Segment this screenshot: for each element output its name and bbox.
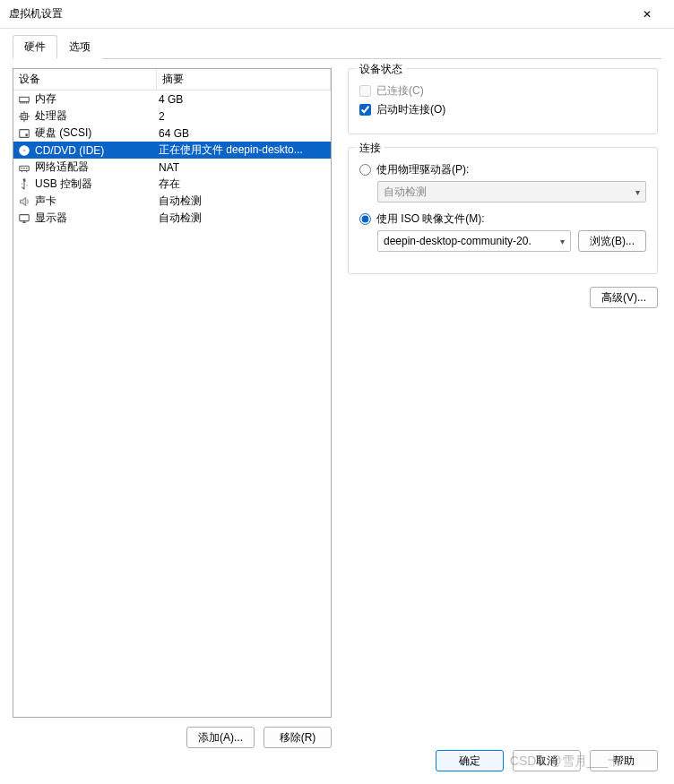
connection-group: 连接 使用物理驱动器(P): 自动检测 ▾ 使用 ISO 映像文件(M): de… [348,147,658,274]
svg-rect-3 [20,129,30,137]
use-physical-label: 使用物理驱动器(P): [376,162,469,177]
close-button[interactable]: ✕ [629,2,665,27]
device-summary: 存在 [157,177,331,192]
device-status-legend: 设备状态 [356,62,406,77]
use-iso-radio[interactable] [359,213,371,225]
table-row[interactable]: 声卡自动检测 [13,193,331,210]
device-summary: 自动检测 [157,194,331,209]
use-iso-row[interactable]: 使用 ISO 映像文件(M): [359,211,646,227]
ok-button[interactable]: 确定 [436,750,504,771]
device-summary: 自动检测 [157,211,331,226]
device-summary: 4 GB [157,93,331,106]
device-name: 网络适配器 [35,159,89,175]
table-row[interactable]: 内存4 GB [13,90,331,108]
device-name: 显示器 [35,211,67,226]
svg-rect-1 [22,113,28,119]
close-icon: ✕ [643,8,652,21]
iso-file-value: deepin-desktop-community-20. [384,235,531,247]
svg-rect-0 [20,97,30,101]
col-summary[interactable]: 摘要 [157,69,331,90]
svg-point-6 [23,149,26,151]
device-name: CD/DVD (IDE) [35,144,104,157]
table-row[interactable]: 硬盘 (SCSI)64 GB [13,125,331,142]
device-summary: 2 [157,110,331,123]
connected-row: 已连接(C) [359,83,646,99]
svg-rect-9 [20,214,30,220]
device-status-group: 设备状态 已连接(C) 启动时连接(O) [348,68,658,134]
device-summary: NAT [157,161,331,174]
iso-file-select[interactable]: deepin-desktop-community-20. ▾ [377,230,571,252]
device-name: 声卡 [35,194,56,209]
svg-point-4 [26,134,28,135]
use-physical-radio[interactable] [359,164,371,176]
col-device[interactable]: 设备 [13,69,157,90]
advanced-button[interactable]: 高级(V)... [590,287,658,308]
physical-drive-value: 自动检测 [384,185,427,200]
table-row[interactable]: 处理器2 [13,108,331,125]
usb-icon [17,177,31,192]
remove-button[interactable]: 移除(R) [264,727,332,748]
device-name: 内存 [35,91,56,107]
disc-icon [17,143,31,158]
browse-button[interactable]: 浏览(B)... [578,230,646,252]
add-button[interactable]: 添加(A)... [186,727,255,748]
connected-checkbox [359,85,371,97]
chevron-down-icon: ▾ [635,187,640,197]
device-summary: 64 GB [157,127,331,140]
help-button[interactable]: 帮助 [590,750,658,771]
table-row[interactable]: 网络适配器NAT [13,159,331,176]
cpu-icon [17,109,31,124]
device-name: 处理器 [35,108,67,124]
window-title: 虚拟机设置 [9,6,63,22]
tab-options[interactable]: 选项 [57,35,102,59]
use-physical-row[interactable]: 使用物理驱动器(P): [359,162,646,177]
connect-on-power-checkbox[interactable] [359,104,371,116]
display-icon [17,211,31,226]
cancel-button[interactable]: 取消 [513,750,581,771]
device-name: USB 控制器 [35,177,92,192]
connect-on-power-row[interactable]: 启动时连接(O) [359,102,646,117]
table-header: 设备 摘要 [13,69,331,90]
svg-point-8 [23,178,25,180]
disk-icon [17,126,31,141]
svg-rect-2 [22,115,26,118]
sound-icon [17,194,31,209]
table-row[interactable]: USB 控制器存在 [13,176,331,193]
memory-icon [17,92,31,107]
physical-drive-select: 自动检测 ▾ [377,181,646,202]
connected-label: 已连接(C) [376,83,424,99]
device-summary: 正在使用文件 deepin-deskto... [157,142,331,158]
net-icon [17,160,31,175]
use-iso-label: 使用 ISO 映像文件(M): [376,211,485,227]
connection-legend: 连接 [356,141,385,156]
tab-hardware[interactable]: 硬件 [13,35,57,59]
connect-on-power-label: 启动时连接(O) [376,102,445,117]
table-row[interactable]: CD/DVD (IDE)正在使用文件 deepin-deskto... [13,142,331,159]
table-row[interactable]: 显示器自动检测 [13,210,331,227]
device-name: 硬盘 (SCSI) [35,125,91,141]
hardware-table: 设备 摘要 内存4 GB处理器2硬盘 (SCSI)64 GBCD/DVD (ID… [13,68,332,718]
chevron-down-icon: ▾ [560,237,565,246]
